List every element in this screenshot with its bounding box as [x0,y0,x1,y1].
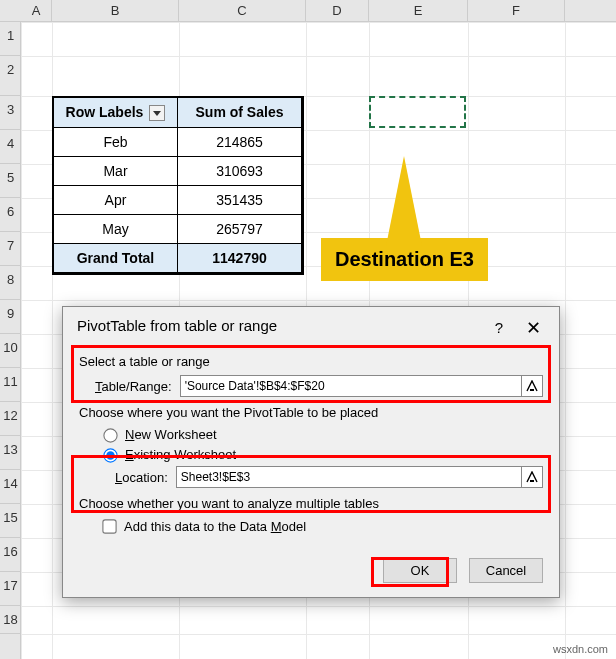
table-cell[interactable]: Row Labels [54,98,178,128]
dialog-title: PivotTable from table or range [63,307,559,338]
row-header-11[interactable]: 11 [0,368,21,402]
spreadsheet-grid: ABCDEF 123456789101112131415161718 Row L… [0,0,616,659]
row-header-8[interactable]: 8 [0,266,21,300]
row-header-col: 123456789101112131415161718 [0,22,21,659]
location-label: Location: [115,470,168,485]
table-range-label: Table/Range: [95,379,172,394]
existing-worksheet-label: Existing Worksheet [125,447,236,462]
row-header-13[interactable]: 13 [0,436,21,470]
row-header-4[interactable]: 4 [0,130,21,164]
callout-destination: Destination E3 [321,238,488,281]
placement-label: Choose where you want the PivotTable to … [79,405,543,420]
table-cell[interactable]: 310693 [178,157,302,186]
row-labels-filter-button[interactable] [149,105,165,121]
row-header-3[interactable]: 3 [0,96,21,130]
column-header-e[interactable]: E [369,0,468,22]
new-worksheet-label: New Worksheet [125,427,217,442]
table-cell[interactable]: Feb [54,128,178,157]
table-cell[interactable]: 214865 [178,128,302,157]
row-header-14[interactable]: 14 [0,470,21,504]
table-cell[interactable]: Mar [54,157,178,186]
table-cell[interactable]: May [54,215,178,244]
radio-new-worksheet[interactable] [103,428,117,442]
column-header-row: ABCDEF [0,0,616,22]
row-header-17[interactable]: 17 [0,572,21,606]
table-cell[interactable]: 351435 [178,186,302,215]
dialog-close-button[interactable]: ✕ [518,313,549,343]
cancel-button[interactable]: Cancel [469,558,543,583]
pivot-table[interactable]: Row LabelsSum of SalesFeb214865Mar310693… [52,96,304,275]
table-cell[interactable]: Grand Total [54,244,178,273]
row-header-9[interactable]: 9 [0,300,21,334]
row-header-15[interactable]: 15 [0,504,21,538]
column-header-f[interactable]: F [468,0,565,22]
row-header-18[interactable]: 18 [0,606,21,634]
column-header-c[interactable]: C [179,0,306,22]
svg-rect-0 [530,389,534,391]
table-cell[interactable]: Sum of Sales [178,98,302,128]
pivottable-dialog: PivotTable from table or range ? ✕ Selec… [62,306,560,598]
row-header-6[interactable]: 6 [0,198,21,232]
data-model-label: Add this data to the Data Model [124,519,306,534]
radio-existing-worksheet[interactable] [103,448,117,462]
row-header-1[interactable]: 1 [0,22,21,56]
table-cell[interactable]: 265797 [178,215,302,244]
dialog-help-button[interactable]: ? [487,315,511,340]
destination-cell-e3[interactable] [369,96,466,128]
row-header-16[interactable]: 16 [0,538,21,572]
table-cell[interactable]: 1142790 [178,244,302,273]
collapse-range-button[interactable] [521,375,543,397]
column-header-d[interactable]: D [306,0,369,22]
column-header-a[interactable]: A [21,0,52,22]
row-header-10[interactable]: 10 [0,334,21,368]
row-header-2[interactable]: 2 [0,56,21,96]
column-header-b[interactable]: B [52,0,179,22]
svg-rect-1 [530,480,534,482]
row-header-5[interactable]: 5 [0,164,21,198]
select-range-label: Select a table or range [79,354,543,369]
collapse-location-button[interactable] [521,466,543,488]
callout-arrow [386,156,422,246]
multi-tables-label: Choose whether you want to analyze multi… [79,496,543,511]
location-input[interactable] [176,466,522,488]
table-range-input[interactable] [180,375,522,397]
table-cell[interactable]: Apr [54,186,178,215]
ok-button[interactable]: OK [383,558,457,583]
row-header-12[interactable]: 12 [0,402,21,436]
watermark: wsxdn.com [553,643,608,655]
checkbox-data-model[interactable] [102,519,116,533]
row-header-7[interactable]: 7 [0,232,21,266]
